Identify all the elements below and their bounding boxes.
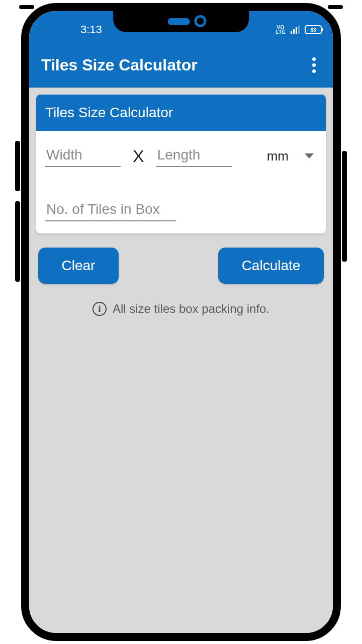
card-title: Tiles Size Calculator [36,95,326,131]
status-time: 3:13 [80,23,102,36]
volte-icon: VOLTE [276,25,286,34]
signal-icon [291,26,300,34]
chevron-down-icon [305,153,314,158]
app-bar: Tiles Size Calculator [29,43,333,88]
length-input[interactable] [156,145,232,167]
unit-value: mm [267,148,289,164]
front-camera-icon [194,15,206,27]
notch [113,3,249,32]
speaker-icon [168,18,190,25]
calculate-button[interactable]: Calculate [218,248,324,284]
info-icon: i [93,302,107,316]
phone-frame: 3:13 VOLTE 63 Tiles Size Calculator Tile… [21,3,341,641]
width-input[interactable] [45,145,121,167]
frame-tick-right [328,5,343,9]
clear-button[interactable]: Clear [38,248,119,284]
tiles-row [45,199,317,221]
info-text: All size tiles box packing info. [113,302,269,316]
overflow-menu-icon[interactable] [307,52,321,78]
calculator-card: Tiles Size Calculator X mm [36,95,326,233]
buttons-row: Clear Calculate [38,248,324,284]
card-body: X mm [36,131,326,233]
content-area: Tiles Size Calculator X mm [29,88,333,633]
volume-down-button-frame [15,201,20,282]
volume-up-button-frame [15,141,20,191]
dimensions-row: X mm [45,145,317,167]
tiles-in-box-input[interactable] [45,199,176,221]
info-row[interactable]: i All size tiles box packing info. [36,302,326,316]
unit-select[interactable]: mm [267,148,317,164]
screen: 3:13 VOLTE 63 Tiles Size Calculator Tile… [29,11,333,633]
power-button-frame [342,151,347,262]
frame-tick-left [19,5,34,9]
battery-icon: 63 [305,25,322,34]
status-right: VOLTE 63 [276,25,322,34]
dimension-separator: X [130,146,147,166]
app-title: Tiles Size Calculator [41,56,198,74]
